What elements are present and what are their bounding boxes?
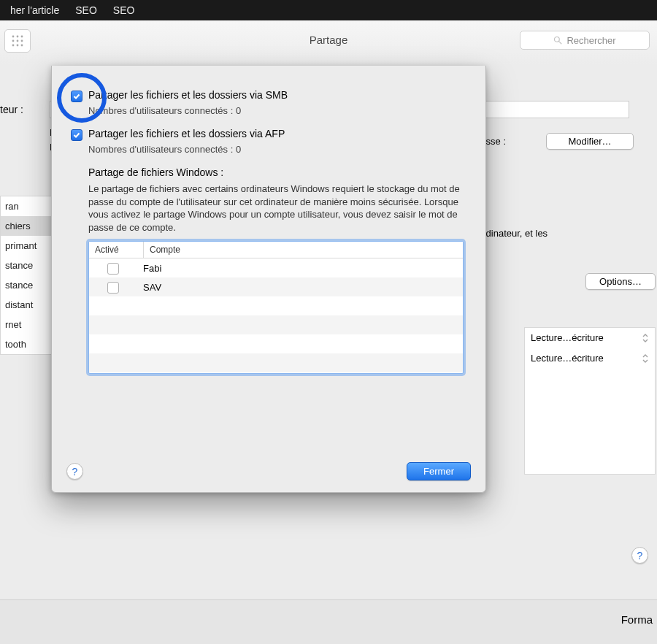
- account-checkbox[interactable]: [107, 282, 119, 294]
- menu-item[interactable]: SEO: [113, 4, 135, 16]
- col-account: Compte: [144, 242, 463, 258]
- computer-name-label: teur :: [0, 104, 23, 115]
- svg-line-10: [559, 42, 561, 44]
- sheet-help-button[interactable]: ?: [66, 463, 83, 480]
- account-checkbox[interactable]: [107, 263, 119, 275]
- stepper-icon: [642, 333, 649, 343]
- close-button[interactable]: Fermer: [407, 462, 471, 480]
- account-row[interactable]: SAV: [89, 277, 463, 296]
- account-name: Fabi: [137, 263, 463, 274]
- search-placeholder: Rechercher: [566, 35, 615, 46]
- windows-sharing-desc: Le partage de fichiers avec certains ord…: [88, 183, 464, 234]
- stepper-icon: [642, 353, 649, 364]
- account-row[interactable]: Fabi: [89, 258, 463, 277]
- permission-value: Lecture…écriture: [531, 348, 604, 369]
- menu-item[interactable]: her l'article: [10, 4, 59, 16]
- options-sheet: Partager les fichiers et les dossiers vi…: [51, 66, 486, 493]
- account-name: SAV: [137, 282, 463, 293]
- format-label: Forma: [621, 613, 653, 626]
- permission-value: Lecture…écriture: [531, 328, 604, 348]
- menu-item[interactable]: SEO: [75, 4, 97, 16]
- permission-row[interactable]: Lecture…écriture: [525, 348, 655, 369]
- afp-info: Nombres d'utilisateurs connectés : 0: [88, 144, 471, 155]
- smb-info: Nombres d'utilisateurs connectés : 0: [88, 105, 471, 116]
- afp-checkbox[interactable]: [71, 129, 82, 141]
- search-field[interactable]: Rechercher: [520, 31, 650, 50]
- window-toolbar: Partage Rechercher: [0, 20, 657, 65]
- bottom-strip: Forma: [0, 599, 657, 644]
- accounts-header: Activé Compte: [89, 242, 463, 258]
- smb-checkbox[interactable]: [71, 91, 82, 102]
- smb-label: Partager les fichiers et les dossiers vi…: [88, 89, 288, 101]
- accounts-table[interactable]: Activé Compte Fabi SAV: [88, 241, 464, 374]
- permission-row[interactable]: Lecture…écriture: [525, 328, 655, 348]
- permissions-list: Lecture…écriture Lecture…écriture: [524, 327, 656, 475]
- help-button[interactable]: ?: [631, 547, 648, 564]
- options-button[interactable]: Options…: [585, 273, 656, 290]
- modify-button[interactable]: Modifier…: [546, 133, 634, 150]
- afp-label: Partager les fichiers et les dossiers vi…: [88, 128, 285, 139]
- search-icon: [553, 36, 562, 45]
- description-text: ordinateur, et les: [477, 228, 548, 239]
- svg-point-9: [555, 37, 560, 42]
- col-on: Activé: [89, 242, 144, 258]
- menubar: her l'article SEO SEO: [0, 0, 657, 20]
- windows-sharing-title: Partage de fichiers Windows :: [88, 166, 471, 178]
